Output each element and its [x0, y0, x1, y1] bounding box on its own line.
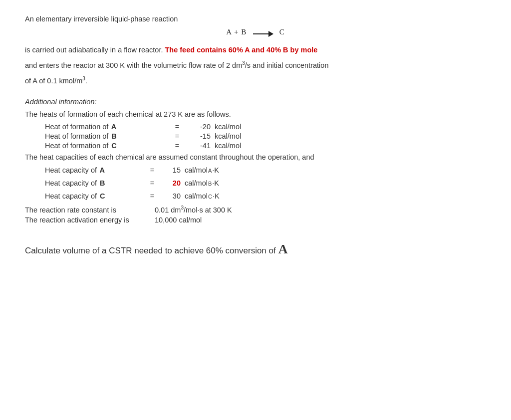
activation-label: The reaction activation energy is — [25, 216, 155, 224]
formation-text-a: Heat of formation of — [45, 123, 108, 131]
capacity-eq-b: = — [145, 179, 160, 187]
reaction-arrow-icon — [253, 33, 273, 34]
cap-unit-prefix-b: cal/mol — [185, 179, 208, 187]
cap-unit-prefix-c: cal/mol — [185, 192, 208, 200]
activation-energy-row: The reaction activation energy is 10,000… — [25, 216, 486, 224]
body-part3: of A of 0.1 kmol/m — [25, 77, 82, 85]
chem-a: A — [109, 123, 116, 131]
formation-unit-c: kcal/mol — [215, 142, 241, 150]
capacity-label-b: Heat capacity of B — [45, 179, 145, 187]
cap-unit-suffix-c: ·K — [213, 192, 220, 200]
capacity-val-c: 30 — [160, 192, 185, 200]
capacity-unit-b: cal/molB·K — [185, 179, 219, 187]
formation-label-b: Heat of formation of B — [45, 132, 170, 140]
capacity-unit-c: cal/molC·K — [185, 192, 220, 200]
calculate-text: Calculate volume of a CSTR needed to ach… — [25, 246, 276, 256]
capacity-text-a: Heat capacity of — [45, 166, 97, 174]
capacity-row-a: Heat capacity of A = 15 cal/molA·K — [45, 166, 486, 174]
capacity-val-a: 15 — [160, 166, 185, 174]
heats-intro: The heats of formation of each chemical … — [25, 109, 486, 120]
capacity-text-b: Heat capacity of — [45, 179, 97, 187]
rate-constant-row: The reaction rate constant is 0.01 dm3/m… — [25, 205, 486, 214]
cap-chem-c: C — [98, 192, 105, 200]
highlight-feed: The feed contains 60% A and 40% B by mol… — [165, 46, 317, 54]
formation-unit-a: kcal/mol — [215, 123, 241, 131]
cap-unit-sub-a: A — [208, 168, 212, 174]
formation-eq-a: = — [170, 123, 185, 131]
formation-val-b: -15 — [185, 132, 215, 140]
reaction-product: C — [279, 28, 285, 36]
rate-val-rest: /mol·s at 300 K — [184, 206, 232, 214]
rate-section: The reaction rate constant is 0.01 dm3/m… — [25, 205, 486, 224]
activation-value: 10,000 cal/mol — [155, 216, 202, 224]
body-part2: and enters the reactor at 300 K with the… — [25, 61, 242, 69]
body-part1: is carried out adiabatically in a flow r… — [25, 46, 163, 54]
capacity-unit-a: cal/molA·K — [185, 166, 219, 174]
capacity-label-a: Heat capacity of A — [45, 166, 145, 174]
calculate-chem-a: A — [278, 242, 288, 257]
capacity-eq-a: = — [145, 166, 160, 174]
body-paragraph3: of A of 0.1 kmol/m3. — [25, 75, 486, 87]
rate-constant-value: 0.01 dm3/mol·s at 300 K — [155, 205, 232, 214]
formation-text-b: Heat of formation of — [45, 132, 108, 140]
body-part2b: /s and initial concentration — [245, 61, 329, 69]
capacity-row-b: Heat capacity of B = 20 cal/molB·K — [45, 179, 486, 187]
formation-label-a: Heat of formation of A — [45, 123, 170, 131]
reaction-reactants: A + B — [226, 28, 247, 36]
capacity-eq-c: = — [145, 192, 160, 200]
capacity-label-c: Heat capacity of C — [45, 192, 145, 200]
cap-unit-prefix-a: cal/mol — [185, 166, 208, 174]
body-paragraph2: and enters the reactor at 300 K with the… — [25, 59, 486, 72]
rate-constant-label: The reaction rate constant is — [25, 206, 155, 214]
cap-unit-suffix-b: ·K — [212, 179, 219, 187]
capacity-text-c: Heat capacity of — [45, 192, 97, 200]
body-part3b: . — [85, 77, 87, 85]
calculate-section: Calculate volume of a CSTR needed to ach… — [25, 242, 486, 257]
formation-text-c: Heat of formation of — [45, 142, 108, 150]
chem-b: B — [109, 132, 117, 140]
formation-row-b: Heat of formation of B = -15 kcal/mol — [45, 132, 486, 140]
formations-table: Heat of formation of A = -20 kcal/mol He… — [45, 123, 486, 150]
cap-chem-b: B — [98, 179, 105, 187]
capacities-intro: The heat capacities of each chemical are… — [25, 152, 486, 163]
capacities-table: Heat capacity of A = 15 cal/molA·K Heat … — [45, 166, 486, 200]
cap-chem-a: A — [98, 166, 105, 174]
capacity-row-c: Heat capacity of C = 30 cal/molC·K — [45, 192, 486, 200]
reaction-equation: A + B C — [25, 28, 486, 36]
cap-unit-suffix-a: ·K — [212, 166, 219, 174]
formation-row-c: Heat of formation of C = -41 kcal/mol — [45, 142, 486, 150]
rate-val-prefix: 0.01 dm — [155, 206, 181, 214]
cap-unit-sub-c: C — [208, 194, 212, 200]
chem-c: C — [109, 142, 117, 150]
formation-row-a: Heat of formation of A = -20 kcal/mol — [45, 123, 486, 131]
body-paragraph: is carried out adiabatically in a flow r… — [25, 44, 486, 56]
formation-val-c: -41 — [185, 142, 215, 150]
additional-info-header: Additional information: — [25, 98, 486, 106]
formation-label-c: Heat of formation of C — [45, 142, 170, 150]
formation-unit-b: kcal/mol — [215, 132, 241, 140]
formation-eq-c: = — [170, 142, 185, 150]
capacity-val-b: 20 — [160, 179, 185, 187]
cap-unit-sub-b: B — [208, 181, 212, 187]
intro-line1: An elementary irreversible liquid-phase … — [25, 15, 486, 23]
formation-eq-b: = — [170, 132, 185, 140]
formation-val-a: -20 — [185, 123, 215, 131]
